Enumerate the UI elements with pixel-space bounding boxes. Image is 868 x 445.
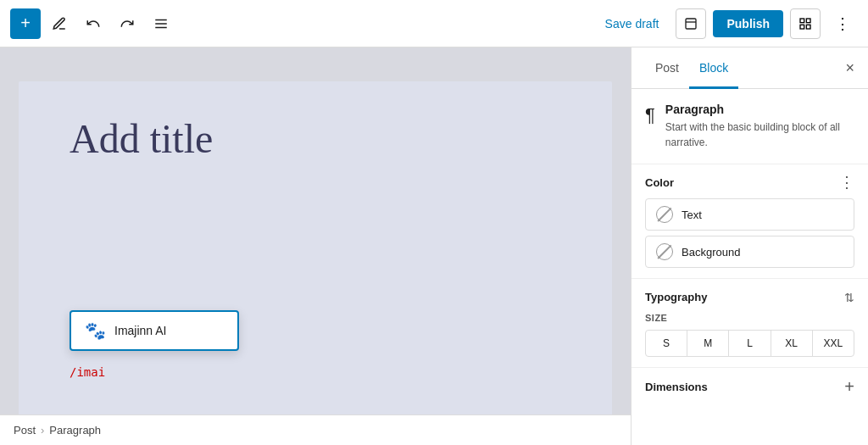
size-xl-button[interactable]: XL (771, 331, 813, 356)
dimensions-section: Dimensions + (632, 368, 868, 405)
svg-rect-5 (800, 19, 804, 23)
size-button-group: S M L XL XXL (645, 330, 854, 357)
more-options-button[interactable]: ⋮ (827, 8, 858, 39)
filter-icon: ⇅ (844, 291, 854, 304)
dimensions-title: Dimensions (645, 381, 708, 393)
block-paragraph-icon: ¶ (645, 104, 655, 126)
svg-rect-3 (686, 19, 696, 29)
add-block-button[interactable]: + (10, 8, 41, 39)
breadcrumb: Post › Paragraph (0, 414, 631, 445)
color-section-header: Color ⋮ (645, 175, 854, 190)
size-l-button[interactable]: L (729, 331, 771, 356)
dimensions-header: Dimensions + (645, 378, 854, 395)
block-description: Start with the basic building block of a… (665, 120, 854, 150)
settings-button[interactable] (790, 8, 821, 39)
breadcrumb-separator: › (41, 424, 44, 437)
header-left: + (10, 8, 595, 39)
block-info: ¶ Paragraph Start with the basic buildin… (632, 89, 868, 164)
slash-command-text: /imai (70, 365, 105, 379)
add-dimension-button[interactable]: + (844, 378, 854, 395)
svg-rect-8 (800, 25, 804, 29)
color-bg-none-icon (656, 243, 673, 260)
color-background-label: Background (682, 246, 740, 259)
size-m-button[interactable]: M (687, 331, 729, 356)
block-name: Paragraph (665, 103, 854, 116)
command-popup[interactable]: 🐾 Imajinn AI (70, 310, 239, 351)
typography-section: Typography ⇅ SIZE S M L XL XXL (632, 279, 868, 368)
app-header: + Save draft Publish (0, 0, 868, 47)
color-text-option[interactable]: Text (645, 198, 854, 231)
header-right: Save draft Publish ⋮ (595, 8, 858, 39)
color-none-icon (656, 206, 673, 223)
undo-button[interactable] (78, 8, 108, 39)
editor-area: Add title 🐾 Imajinn AI /imai Post › Para… (0, 47, 631, 445)
color-more-button[interactable]: ⋮ (839, 175, 854, 190)
editor-canvas[interactable]: Add title 🐾 Imajinn AI /imai (19, 81, 612, 420)
block-details: Paragraph Start with the basic building … (665, 103, 854, 150)
title-placeholder[interactable]: Add title (70, 115, 561, 162)
typography-section-header: Typography ⇅ (645, 289, 854, 304)
tab-group: Post Block (645, 47, 738, 88)
tab-block[interactable]: Block (689, 47, 738, 89)
svg-rect-7 (806, 25, 810, 29)
main-layout: Add title 🐾 Imajinn AI /imai Post › Para… (0, 47, 868, 445)
color-text-label: Text (682, 209, 702, 221)
typography-more-button[interactable]: ⇅ (844, 289, 854, 304)
close-sidebar-button[interactable]: × (845, 60, 854, 75)
save-draft-button[interactable]: Save draft (595, 12, 670, 36)
plugin-icon: 🐾 (85, 320, 106, 341)
color-section-title: Color (645, 176, 674, 189)
document-overview-button[interactable] (146, 8, 176, 39)
view-button[interactable] (676, 8, 706, 39)
publish-button[interactable]: Publish (713, 10, 783, 37)
command-label: Imajinn AI (114, 324, 166, 337)
size-label: SIZE (645, 313, 854, 323)
color-section: Color ⋮ Text Background (632, 164, 868, 279)
svg-rect-6 (806, 19, 810, 23)
size-s-button[interactable]: S (646, 331, 687, 356)
breadcrumb-post[interactable]: Post (14, 424, 36, 437)
size-xxl-button[interactable]: XXL (813, 331, 854, 356)
typography-section-title: Typography (645, 291, 707, 303)
sidebar: Post Block × ¶ Paragraph Start with the … (631, 47, 868, 445)
tools-button[interactable] (44, 8, 75, 39)
tab-post[interactable]: Post (645, 47, 689, 89)
color-background-option[interactable]: Background (645, 236, 854, 268)
sidebar-tabs: Post Block × (632, 47, 868, 89)
redo-button[interactable] (112, 8, 142, 39)
breadcrumb-paragraph[interactable]: Paragraph (49, 424, 101, 437)
